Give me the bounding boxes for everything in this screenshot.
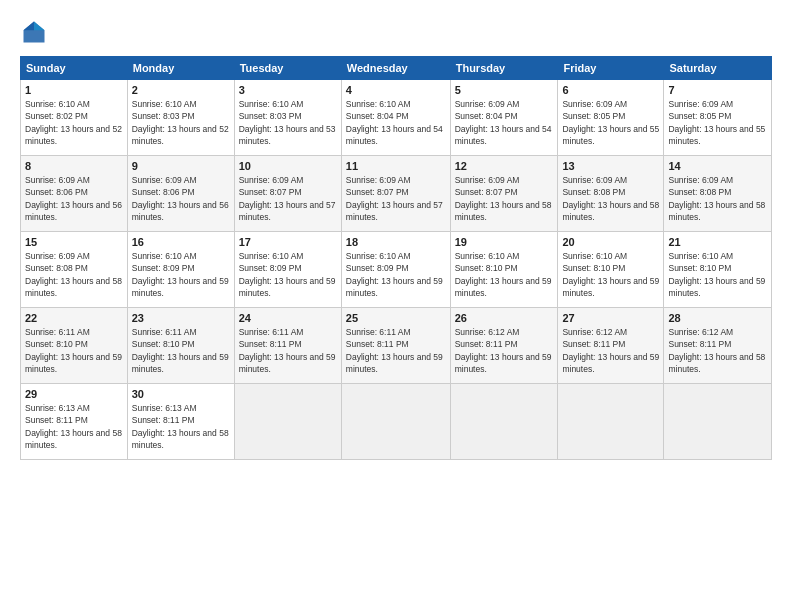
calendar-cell: 26Sunrise: 6:12 AMSunset: 8:11 PMDayligh… (450, 308, 558, 384)
calendar-week-1: 1Sunrise: 6:10 AMSunset: 8:02 PMDaylight… (21, 80, 772, 156)
day-detail: Sunrise: 6:13 AMSunset: 8:11 PMDaylight:… (132, 402, 230, 451)
day-number: 25 (346, 312, 446, 324)
calendar-cell: 7Sunrise: 6:09 AMSunset: 8:05 PMDaylight… (664, 80, 772, 156)
day-detail: Sunrise: 6:10 AMSunset: 8:10 PMDaylight:… (455, 250, 554, 299)
day-number: 15 (25, 236, 123, 248)
logo-icon (20, 18, 48, 46)
day-number: 11 (346, 160, 446, 172)
day-detail: Sunrise: 6:10 AMSunset: 8:10 PMDaylight:… (668, 250, 767, 299)
day-number: 26 (455, 312, 554, 324)
day-detail: Sunrise: 6:13 AMSunset: 8:11 PMDaylight:… (25, 402, 123, 451)
day-number: 3 (239, 84, 337, 96)
day-detail: Sunrise: 6:09 AMSunset: 8:08 PMDaylight:… (668, 174, 767, 223)
day-detail: Sunrise: 6:09 AMSunset: 8:08 PMDaylight:… (25, 250, 123, 299)
header (20, 18, 772, 46)
day-number: 6 (562, 84, 659, 96)
page: SundayMondayTuesdayWednesdayThursdayFrid… (0, 0, 792, 612)
calendar-cell (234, 384, 341, 460)
weekday-header-sunday: Sunday (21, 57, 128, 80)
calendar-week-5: 29Sunrise: 6:13 AMSunset: 8:11 PMDayligh… (21, 384, 772, 460)
calendar-week-4: 22Sunrise: 6:11 AMSunset: 8:10 PMDayligh… (21, 308, 772, 384)
day-number: 30 (132, 388, 230, 400)
day-number: 4 (346, 84, 446, 96)
calendar-cell: 14Sunrise: 6:09 AMSunset: 8:08 PMDayligh… (664, 156, 772, 232)
day-number: 7 (668, 84, 767, 96)
day-detail: Sunrise: 6:10 AMSunset: 8:02 PMDaylight:… (25, 98, 123, 147)
day-detail: Sunrise: 6:10 AMSunset: 8:03 PMDaylight:… (132, 98, 230, 147)
calendar-cell: 20Sunrise: 6:10 AMSunset: 8:10 PMDayligh… (558, 232, 664, 308)
logo (20, 18, 52, 46)
calendar-cell: 27Sunrise: 6:12 AMSunset: 8:11 PMDayligh… (558, 308, 664, 384)
day-detail: Sunrise: 6:12 AMSunset: 8:11 PMDaylight:… (455, 326, 554, 375)
day-detail: Sunrise: 6:10 AMSunset: 8:09 PMDaylight:… (346, 250, 446, 299)
calendar-cell: 21Sunrise: 6:10 AMSunset: 8:10 PMDayligh… (664, 232, 772, 308)
calendar-cell: 18Sunrise: 6:10 AMSunset: 8:09 PMDayligh… (341, 232, 450, 308)
day-number: 29 (25, 388, 123, 400)
day-detail: Sunrise: 6:10 AMSunset: 8:09 PMDaylight:… (239, 250, 337, 299)
day-detail: Sunrise: 6:09 AMSunset: 8:06 PMDaylight:… (132, 174, 230, 223)
day-detail: Sunrise: 6:12 AMSunset: 8:11 PMDaylight:… (562, 326, 659, 375)
day-number: 28 (668, 312, 767, 324)
day-detail: Sunrise: 6:09 AMSunset: 8:05 PMDaylight:… (668, 98, 767, 147)
weekday-header-monday: Monday (127, 57, 234, 80)
calendar-cell: 4Sunrise: 6:10 AMSunset: 8:04 PMDaylight… (341, 80, 450, 156)
day-number: 1 (25, 84, 123, 96)
day-number: 22 (25, 312, 123, 324)
weekday-header-friday: Friday (558, 57, 664, 80)
calendar-cell: 19Sunrise: 6:10 AMSunset: 8:10 PMDayligh… (450, 232, 558, 308)
calendar-cell: 1Sunrise: 6:10 AMSunset: 8:02 PMDaylight… (21, 80, 128, 156)
calendar-cell (450, 384, 558, 460)
day-number: 10 (239, 160, 337, 172)
day-detail: Sunrise: 6:09 AMSunset: 8:06 PMDaylight:… (25, 174, 123, 223)
calendar-cell: 5Sunrise: 6:09 AMSunset: 8:04 PMDaylight… (450, 80, 558, 156)
calendar-cell (664, 384, 772, 460)
day-detail: Sunrise: 6:09 AMSunset: 8:05 PMDaylight:… (562, 98, 659, 147)
calendar-cell (341, 384, 450, 460)
day-number: 14 (668, 160, 767, 172)
calendar-cell: 10Sunrise: 6:09 AMSunset: 8:07 PMDayligh… (234, 156, 341, 232)
calendar-cell: 15Sunrise: 6:09 AMSunset: 8:08 PMDayligh… (21, 232, 128, 308)
day-detail: Sunrise: 6:10 AMSunset: 8:04 PMDaylight:… (346, 98, 446, 147)
calendar-cell: 24Sunrise: 6:11 AMSunset: 8:11 PMDayligh… (234, 308, 341, 384)
day-detail: Sunrise: 6:09 AMSunset: 8:04 PMDaylight:… (455, 98, 554, 147)
day-number: 9 (132, 160, 230, 172)
weekday-header-tuesday: Tuesday (234, 57, 341, 80)
day-number: 19 (455, 236, 554, 248)
day-number: 17 (239, 236, 337, 248)
day-number: 21 (668, 236, 767, 248)
day-detail: Sunrise: 6:09 AMSunset: 8:07 PMDaylight:… (239, 174, 337, 223)
svg-marker-2 (24, 22, 35, 31)
calendar-cell: 22Sunrise: 6:11 AMSunset: 8:10 PMDayligh… (21, 308, 128, 384)
day-number: 2 (132, 84, 230, 96)
day-detail: Sunrise: 6:10 AMSunset: 8:09 PMDaylight:… (132, 250, 230, 299)
calendar-week-2: 8Sunrise: 6:09 AMSunset: 8:06 PMDaylight… (21, 156, 772, 232)
day-detail: Sunrise: 6:11 AMSunset: 8:10 PMDaylight:… (132, 326, 230, 375)
day-detail: Sunrise: 6:09 AMSunset: 8:07 PMDaylight:… (346, 174, 446, 223)
calendar-cell: 23Sunrise: 6:11 AMSunset: 8:10 PMDayligh… (127, 308, 234, 384)
day-number: 8 (25, 160, 123, 172)
day-detail: Sunrise: 6:10 AMSunset: 8:03 PMDaylight:… (239, 98, 337, 147)
calendar-cell: 3Sunrise: 6:10 AMSunset: 8:03 PMDaylight… (234, 80, 341, 156)
calendar-cell: 28Sunrise: 6:12 AMSunset: 8:11 PMDayligh… (664, 308, 772, 384)
day-detail: Sunrise: 6:10 AMSunset: 8:10 PMDaylight:… (562, 250, 659, 299)
day-detail: Sunrise: 6:12 AMSunset: 8:11 PMDaylight:… (668, 326, 767, 375)
calendar-cell: 16Sunrise: 6:10 AMSunset: 8:09 PMDayligh… (127, 232, 234, 308)
calendar-cell (558, 384, 664, 460)
calendar-cell: 30Sunrise: 6:13 AMSunset: 8:11 PMDayligh… (127, 384, 234, 460)
calendar-cell: 8Sunrise: 6:09 AMSunset: 8:06 PMDaylight… (21, 156, 128, 232)
svg-marker-1 (34, 22, 45, 31)
weekday-header-row: SundayMondayTuesdayWednesdayThursdayFrid… (21, 57, 772, 80)
day-detail: Sunrise: 6:11 AMSunset: 8:11 PMDaylight:… (239, 326, 337, 375)
weekday-header-thursday: Thursday (450, 57, 558, 80)
day-detail: Sunrise: 6:09 AMSunset: 8:08 PMDaylight:… (562, 174, 659, 223)
day-number: 20 (562, 236, 659, 248)
day-number: 16 (132, 236, 230, 248)
calendar-cell: 6Sunrise: 6:09 AMSunset: 8:05 PMDaylight… (558, 80, 664, 156)
weekday-header-wednesday: Wednesday (341, 57, 450, 80)
calendar-cell: 2Sunrise: 6:10 AMSunset: 8:03 PMDaylight… (127, 80, 234, 156)
calendar-table: SundayMondayTuesdayWednesdayThursdayFrid… (20, 56, 772, 460)
day-detail: Sunrise: 6:11 AMSunset: 8:11 PMDaylight:… (346, 326, 446, 375)
calendar-cell: 11Sunrise: 6:09 AMSunset: 8:07 PMDayligh… (341, 156, 450, 232)
day-number: 27 (562, 312, 659, 324)
calendar-week-3: 15Sunrise: 6:09 AMSunset: 8:08 PMDayligh… (21, 232, 772, 308)
